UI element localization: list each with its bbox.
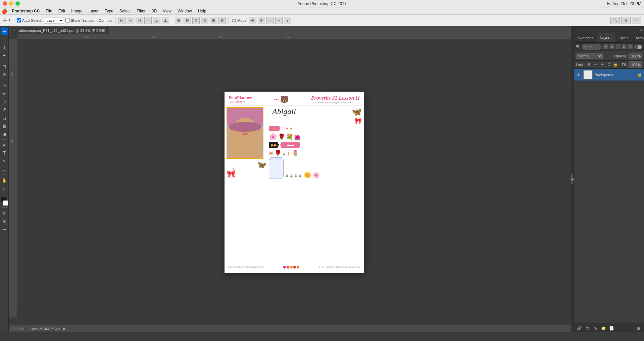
canvas-scroll-area[interactable]: 200 400 600 800 100 300 xyxy=(9,34,571,325)
lasso-tool-button[interactable]: ⌇ xyxy=(1,44,8,51)
minimize-button[interactable] xyxy=(9,1,13,6)
menu-window[interactable]: Window xyxy=(175,8,195,14)
tab-actions[interactable]: Actions xyxy=(632,33,644,42)
filter-pixel-icon[interactable]: P xyxy=(603,44,608,49)
distribute-top-button[interactable]: ⊡ xyxy=(201,17,208,24)
auto-select-dropdown[interactable]: Layer Group xyxy=(44,17,64,24)
opacity-input[interactable] xyxy=(629,53,642,59)
3d-slide-button[interactable]: ↔ xyxy=(275,17,283,24)
distribute-right-button[interactable]: ⊠ xyxy=(192,17,200,24)
move-tool-button[interactable]: ✛ xyxy=(1,28,8,35)
link-layers-button[interactable]: 🔗 xyxy=(576,325,583,332)
menu-photoshop[interactable]: Photoshop CC xyxy=(9,8,42,14)
gradient-tool-button[interactable]: ▦ xyxy=(1,122,8,130)
brush-tool-button[interactable]: ✏ xyxy=(1,90,8,97)
filter-toggle[interactable] xyxy=(634,45,642,49)
collapse-handle[interactable]: ◀ xyxy=(571,174,573,184)
filter-adjustment-icon[interactable]: A xyxy=(609,44,614,49)
eraser-tool-button[interactable]: ◻ xyxy=(1,114,8,121)
tab-close-icon[interactable]: × xyxy=(14,29,16,32)
color-swatches[interactable] xyxy=(1,197,8,206)
crop-tool-button[interactable]: ⊡ xyxy=(1,63,8,70)
new-layer-button[interactable]: 📄 xyxy=(608,325,615,332)
align-left-button[interactable]: ⊢ xyxy=(118,17,126,24)
marquee-tool-button[interactable]: ⬚ xyxy=(1,36,8,43)
align-right-button[interactable]: ⊣ xyxy=(136,17,143,24)
distribute-left-button[interactable]: ⊞ xyxy=(175,17,182,24)
filter-kind-icon[interactable]: 🔍 xyxy=(576,45,581,49)
tab-styles[interactable]: Styles xyxy=(615,33,632,42)
filter-smart-icon[interactable]: ✦ xyxy=(628,44,633,49)
path-select-tool-button[interactable]: ↖ xyxy=(1,157,8,165)
panel-toggle-button[interactable]: ≡ xyxy=(632,17,641,24)
menu-type[interactable]: Type xyxy=(102,8,116,14)
align-center-h-button[interactable]: ⊣ xyxy=(127,17,134,24)
blend-mode-select[interactable]: Normal Dissolve Multiply Screen xyxy=(576,53,603,59)
fx-button[interactable]: fx xyxy=(584,325,591,332)
close-button[interactable] xyxy=(3,1,7,6)
distribute-center-h-button[interactable]: ⊟ xyxy=(184,17,191,24)
more-tools-button[interactable]: ••• xyxy=(1,226,8,233)
align-top-button[interactable]: ⊤ xyxy=(144,17,152,24)
layer-visibility-icon[interactable]: 👁 xyxy=(576,72,581,78)
layer-item-background[interactable]: 👁 Background 🔒 xyxy=(574,69,644,81)
search-button[interactable]: 🔍 xyxy=(610,17,620,24)
apple-icon[interactable]: 🍎 xyxy=(1,8,7,14)
panel-collapse-strip[interactable]: ◀ xyxy=(571,26,574,332)
3d-orbit-button[interactable]: ⊙ xyxy=(249,17,256,24)
magic-wand-tool-button[interactable]: ✦ xyxy=(1,52,8,59)
history-brush-button[interactable]: ↺ xyxy=(1,106,8,113)
panel-settings-icon[interactable]: ≡ xyxy=(639,27,643,32)
traffic-lights[interactable] xyxy=(3,1,20,6)
distribute-bottom-button[interactable]: ⊟ xyxy=(218,17,226,24)
menu-filter[interactable]: Filter xyxy=(134,8,148,14)
clone-tool-button[interactable]: ⊙ xyxy=(1,98,8,105)
menu-layer[interactable]: Layer xyxy=(86,8,101,14)
distribute-center-v-button[interactable]: ⊞ xyxy=(210,17,217,24)
transform-controls-checkbox[interactable] xyxy=(65,18,70,22)
auto-select-checkbox[interactable] xyxy=(17,18,21,22)
add-mask-button[interactable]: ⊙ xyxy=(592,325,599,332)
shape-tool-button[interactable]: ▭ xyxy=(1,165,8,173)
zoom-tool-button[interactable]: ⌕ xyxy=(1,185,8,192)
lock-artboards-icon[interactable]: ⊡ xyxy=(606,62,611,67)
hand-tool-button[interactable]: ✋ xyxy=(1,177,8,184)
3d-roll-button[interactable]: ⊚ xyxy=(258,17,265,24)
align-middle-v-button[interactable]: ⊥ xyxy=(153,17,160,24)
new-group-button[interactable]: 📁 xyxy=(600,325,607,332)
lock-all-icon[interactable]: 🔒 xyxy=(613,62,618,67)
workspace-button[interactable]: ⊞ xyxy=(621,17,631,24)
lock-position-icon[interactable]: ✛ xyxy=(599,62,605,67)
fill-input[interactable] xyxy=(629,61,642,68)
tab-swatches[interactable]: Swatches xyxy=(574,33,597,42)
menu-3d[interactable]: 3D xyxy=(149,8,159,14)
filter-type-icon[interactable]: T xyxy=(615,44,621,49)
lock-pixels-icon[interactable]: ⊞ xyxy=(586,62,591,67)
filter-shape-icon[interactable]: S xyxy=(622,44,627,49)
type-tool-button[interactable]: T xyxy=(1,149,8,157)
layer-search-field[interactable]: Kind xyxy=(582,44,601,50)
screen-mode-button[interactable]: ⊞ xyxy=(1,217,8,225)
lock-image-icon[interactable]: ✏ xyxy=(593,62,598,67)
menu-view[interactable]: View xyxy=(160,8,174,14)
status-arrow[interactable]: ▶ xyxy=(63,327,66,331)
tab-layers[interactable]: Layers xyxy=(597,33,615,42)
align-bottom-button[interactable]: ⊥ xyxy=(162,17,169,24)
quick-mask-button[interactable]: ⊕ xyxy=(1,209,8,217)
menu-image[interactable]: Image xyxy=(68,8,85,14)
eyedropper-tool-button[interactable]: ⊘ xyxy=(1,71,8,78)
menu-help[interactable]: Help xyxy=(195,8,209,14)
dodge-tool-button[interactable]: ◑ xyxy=(1,130,8,138)
menu-select[interactable]: Select xyxy=(117,8,133,14)
menu-edit[interactable]: Edit xyxy=(56,8,68,14)
canvas-viewport[interactable]: PomPlanner DIY Stickers ♥♥♥ 🐻 Proverbs 3… xyxy=(17,39,571,325)
3d-pan-button[interactable]: ✛ xyxy=(266,17,274,24)
menu-file[interactable]: File xyxy=(43,8,55,14)
document-tab[interactable]: × robinsampson_P31_L11_art01.pdf @ 33.3%… xyxy=(10,27,109,34)
healing-tool-button[interactable]: ⊕ xyxy=(1,82,8,89)
maximize-button[interactable] xyxy=(15,1,20,6)
delete-layer-button[interactable]: 🗑 xyxy=(635,325,642,332)
pen-tool-button[interactable]: ✒ xyxy=(1,141,8,149)
3d-scale-button[interactable]: ↕ xyxy=(284,17,291,24)
background-color[interactable] xyxy=(3,200,8,206)
